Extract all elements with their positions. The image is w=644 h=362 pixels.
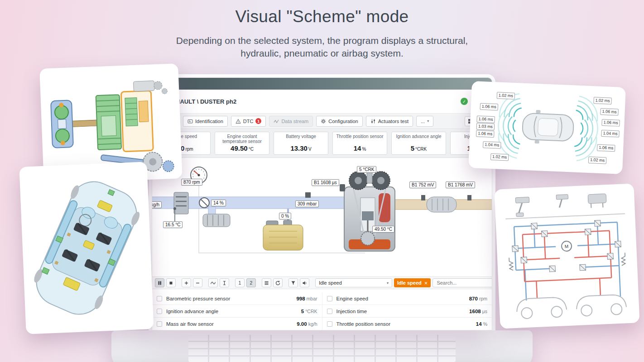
tag-close-icon[interactable]: ×: [424, 280, 428, 286]
table-row[interactable]: Mass air flow sensor 9.00kg/h Throttle p…: [152, 318, 492, 330]
tab-identification[interactable]: Identification: [183, 116, 228, 127]
sensor-card-throttle-position[interactable]: Throttle position sensor 14%: [332, 132, 387, 155]
param-value: 1608μs: [469, 309, 487, 314]
sensor-card-value: 5°CRK: [393, 144, 444, 152]
value: 13.30: [290, 144, 308, 152]
laptop-keys: [188, 335, 456, 362]
row-checkbox[interactable]: [327, 309, 332, 314]
pause-icon: [157, 280, 163, 286]
sensor-card-ignition-advance[interactable]: Ignition advance angle 5°CRK: [391, 132, 446, 155]
zoom-out-button[interactable]: [193, 278, 202, 287]
exhaust-pipe: [395, 195, 492, 212]
laptop-screen: RENAULT \ DUSTER ph2 ✓ 13. Identificatio…: [149, 74, 495, 330]
search-input[interactable]: [433, 278, 492, 287]
row-checkbox[interactable]: [327, 321, 332, 327]
value: 998: [296, 296, 305, 301]
tab-configuration[interactable]: Configuration: [316, 116, 362, 127]
row-checkbox[interactable]: [327, 296, 332, 301]
tab-data-stream-label: Data stream: [281, 119, 308, 124]
sensor-time-label: 1.02 ms: [588, 157, 607, 164]
dtc-count-badge: 1: [255, 118, 261, 124]
sensor-card-battery-voltage[interactable]: Battery voltage 13.30V: [274, 132, 328, 155]
window-titlebar: [152, 78, 492, 90]
label-purge-valve: 0 %: [279, 213, 291, 219]
cursor-marker-button[interactable]: [220, 278, 229, 287]
tab-dtc[interactable]: DTC 1: [231, 116, 266, 127]
car-isometric: [27, 173, 146, 323]
refresh-button[interactable]: [273, 278, 283, 287]
sensor-time-label: 1.06 ms: [600, 108, 619, 116]
sensor-time-label: 1.02 ms: [593, 97, 612, 105]
zoom-in-button[interactable]: [182, 278, 191, 287]
sensor-card-title: Throttle position sensor: [334, 134, 385, 144]
view-2-button[interactable]: 2: [246, 278, 256, 287]
sensor-card-title: Battery voltage: [275, 134, 327, 144]
group-dropdown[interactable]: Idle speed ▾: [315, 278, 392, 287]
filter-tag-label: Idle speed: [397, 280, 422, 286]
param-name: Injection time: [336, 309, 367, 314]
tab-actuators-test[interactable]: Actuators test: [366, 116, 413, 127]
table-cell[interactable]: Injection time 1608μs: [322, 305, 492, 317]
sensor-card-value: 14%: [334, 144, 385, 152]
row-checkbox[interactable]: [157, 296, 162, 301]
table-cell[interactable]: Mass air flow sensor 9.00kg/h: [152, 318, 322, 330]
list-icon: [264, 280, 269, 286]
chevron-down-icon: ▾: [427, 119, 429, 123]
tab-data-stream[interactable]: Data stream: [269, 116, 313, 127]
view-1-label: 1: [239, 280, 241, 286]
sensor-time-label: 1.06 ms: [480, 103, 499, 111]
gear-set: [96, 95, 122, 150]
pneumatic-suspension-card: M: [494, 183, 639, 329]
engine-scheme-drawing: [152, 158, 492, 276]
mass-air-flow-sensor: [174, 192, 188, 214]
airbag-scheme-drawing: [24, 167, 149, 330]
laptop-base: [111, 330, 533, 362]
sensor-card-coolant-temp[interactable]: Engine coolant temperature sensor 49.50°…: [215, 132, 269, 155]
table-cell[interactable]: Barometric pressure sensor 998mbar: [152, 292, 322, 305]
label-intake-air-temp: 16.5 °C: [163, 221, 183, 228]
row-checkbox[interactable]: [157, 321, 162, 327]
sound-button[interactable]: [300, 278, 309, 287]
value: 9.00: [297, 321, 307, 327]
tab-bar: Identification DTC 1 Data stream Configu…: [152, 114, 492, 129]
sensor-card-title: Ignition advance angle: [393, 134, 444, 144]
table-cell[interactable]: Throttle position sensor 14%: [322, 318, 492, 330]
param-name: Mass air flow sensor: [166, 321, 214, 327]
table-row[interactable]: Barometric pressure sensor 998mbar Engin…: [152, 292, 492, 305]
tab-more[interactable]: ... ▾: [416, 116, 433, 127]
tab-actuators-test-label: Actuators test: [378, 119, 409, 124]
sensor-time-label: 1.04 ms: [601, 130, 620, 138]
app-window: RENAULT \ DUSTER ph2 ✓ 13. Identificatio…: [152, 77, 492, 330]
list-button[interactable]: [262, 278, 271, 287]
param-name: Engine speed: [336, 296, 368, 301]
table-cell[interactable]: Ignition advance angle 5°CRK: [152, 305, 322, 317]
page-subtitle-line2: hydraulic, pneumatic or airbag system.: [0, 47, 644, 60]
value: 5: [411, 144, 414, 152]
param-name: Ignition advance angle: [166, 309, 218, 314]
value: 870: [469, 296, 478, 301]
pause-button[interactable]: [155, 278, 164, 287]
signal-smoothing-button[interactable]: [208, 278, 218, 287]
funnel-icon: [290, 280, 296, 286]
stop-button[interactable]: [166, 278, 176, 287]
transmission-scheme-drawing: [44, 68, 178, 179]
car-front-outlines: [516, 294, 627, 319]
label-o2-upstream: B1 752 mV: [409, 181, 436, 188]
motor-label: M: [565, 244, 569, 249]
app-header: RENAULT \ DUSTER ph2 ✓ 13.: [152, 90, 492, 114]
table-row[interactable]: Ignition advance angle 5°CRK Injection t…: [152, 305, 492, 318]
value: 1608: [469, 309, 481, 314]
unit: kg/h: [308, 321, 317, 327]
unit: rpm: [479, 296, 487, 301]
filter-tag[interactable]: Idle speed ×: [394, 278, 431, 287]
table-cell[interactable]: Engine speed 870rpm: [322, 292, 492, 305]
value: 14: [354, 144, 361, 152]
param-value: 870rpm: [469, 296, 487, 301]
sensor-time-label: 1.06 ms: [476, 130, 495, 138]
row-checkbox[interactable]: [157, 309, 162, 314]
unit: %: [362, 147, 366, 152]
filter-button[interactable]: [288, 278, 298, 287]
gearbox-housing: [121, 91, 153, 152]
view-1-button[interactable]: 1: [235, 278, 245, 287]
unit: V: [308, 147, 312, 152]
